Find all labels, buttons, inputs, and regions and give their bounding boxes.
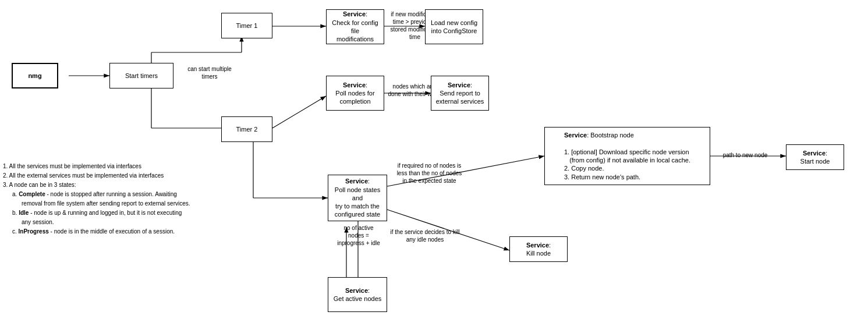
note3a: a. Complete - node is stopped after runn… [12,190,253,199]
note3b-cont: any session. [22,218,253,227]
path-new-node-label: path to new node [713,151,777,159]
start-timers-label: Start timers [125,72,158,80]
service-poll-states-box: Service:Poll node states andtry to match… [328,175,387,221]
note3: 3. A node can be in 3 states: [3,180,253,190]
service-kill-node-box: Service:Kill node [509,236,568,262]
note3a-cont: removal from file system after sending r… [22,199,253,208]
nmg-label: nmg [28,72,41,80]
timer1-box: Timer 1 [221,13,272,38]
load-config-label: Load new config into ConfigStore [429,19,479,36]
timer1-label: Timer 1 [236,22,258,30]
service-poll-completion-label: Service:Poll nodes forcompletion [335,81,374,106]
service-poll-states-label: Service:Poll node states andtry to match… [332,177,383,218]
service-get-active-label: Service:Get active nodes [334,286,382,303]
service-kill-node-label: Service:Kill node [526,241,551,258]
if-required-nodes-label: if required no of nodes is less than the… [396,162,463,185]
note3b: b. Idle - node is up & running and logge… [12,208,253,218]
if-kill-label: if the service decides to kill any idle … [390,228,460,243]
note2: 2. All the external services must be imp… [3,171,253,180]
service-start-node-label: Service:Start node [800,149,830,166]
timer2-label: Timer 2 [236,125,258,133]
service-bootstrap-box: Service: Bootstrap node 1. [optional] Do… [544,127,710,185]
service-check-config-label: Service:Check for config filemodificatio… [330,10,380,43]
notes-section: 1. All the services must be implemented … [3,162,253,236]
service-start-node-box: Service:Start node [786,144,844,170]
note1: 1. All the services must be implemented … [3,162,253,171]
service-get-active-box: Service:Get active nodes [328,277,387,312]
can-start-label: can start multiple timers [180,65,239,80]
service-send-report-label: Service:Send report toexternal services [436,81,484,106]
service-check-config-box: Service:Check for config filemodificatio… [326,9,384,44]
load-config-box: Load new config into ConfigStore [425,9,483,44]
active-nodes-label: no of active nodes = inprogress + idle [335,224,382,247]
timer2-box: Timer 2 [221,116,272,142]
start-timers-box: Start timers [109,63,173,88]
note3c: c. InProgress - node is in the middle of… [12,227,253,236]
service-poll-completion-box: Service:Poll nodes forcompletion [326,76,384,111]
svg-line-9 [272,96,326,128]
diagram: nmg Start timers can start multiple time… [0,0,868,333]
service-bootstrap-label: Service: Bootstrap node 1. [optional] Do… [562,129,693,183]
nmg-box: nmg [12,63,58,88]
service-send-report-box: Service:Send report toexternal services [431,76,489,111]
